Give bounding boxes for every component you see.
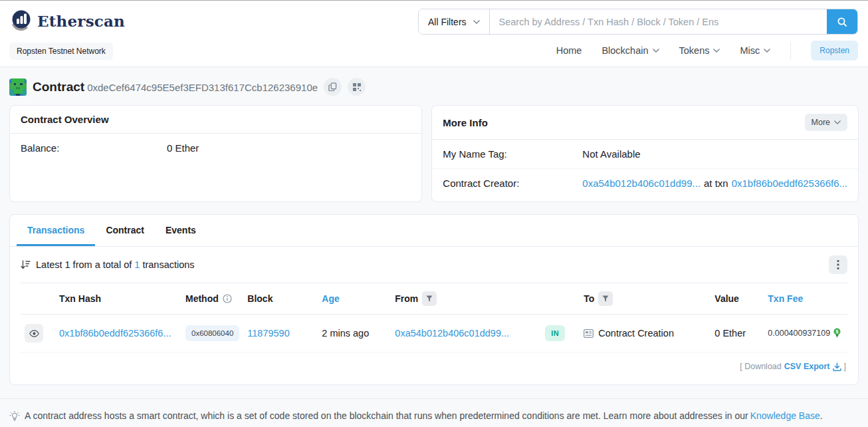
search-filter-select[interactable]: All Filters: [419, 9, 490, 34]
creator-address-link[interactable]: 0xa54b012b406c01dd99...: [582, 178, 701, 189]
etherscan-logo[interactable]: Etherscan: [9, 9, 125, 33]
value-cell: 0 Ether: [710, 315, 764, 353]
funnel-icon: [602, 295, 609, 302]
col-value: Value: [710, 283, 764, 315]
col-method: Method: [181, 283, 243, 315]
balance-row: Balance: 0 Ether: [10, 134, 421, 162]
txn-hash-link[interactable]: 0x1bf86b0eddf625366f6...: [59, 328, 171, 339]
col-block: Block: [243, 283, 318, 315]
age-cell: 2 mins ago: [318, 315, 391, 353]
nav-item-home[interactable]: Home: [556, 45, 582, 56]
col-from: From: [391, 283, 541, 315]
to-header-label: To: [584, 293, 594, 304]
method-header-label: Method: [185, 293, 219, 304]
nav-blockchain-label: Blockchain: [601, 45, 648, 56]
nav-item-tokens[interactable]: Tokens: [679, 45, 720, 56]
nav-misc-label: Misc: [740, 45, 760, 56]
eye-icon: [29, 330, 39, 337]
page-title-section: Contract0xdeCef6474c95E5ef3EFD313f617Ccb…: [0, 67, 868, 105]
csv-export-link[interactable]: CSV Export: [784, 362, 841, 371]
contract-overview-title: Contract Overview: [21, 114, 109, 125]
site-header: Etherscan Ropsten Testnet Network All Fi…: [0, 1, 868, 67]
gas-price-bulb-icon[interactable]: $: [833, 328, 841, 339]
contract-creator-row: Contract Creator: 0xa54b012b406c01dd99..…: [432, 168, 858, 198]
chevron-down-icon: [713, 49, 720, 53]
page-title: Contract0xdeCef6474c95E5ef3EFD313f617Ccb…: [33, 80, 318, 94]
csv-export-label: CSV Export: [784, 362, 830, 371]
nav-item-misc[interactable]: Misc: [740, 45, 770, 56]
balance-label: Balance:: [21, 142, 167, 154]
to-filter-button[interactable]: [598, 291, 613, 306]
chevron-down-icon: [653, 49, 659, 53]
more-dropdown-button[interactable]: More: [805, 114, 847, 131]
transactions-summary-text: Latest 1 from a total of 1 transactions: [36, 259, 195, 270]
contract-creator-label: Contract Creator:: [443, 178, 582, 189]
txn-preview-button[interactable]: [25, 324, 43, 343]
copy-icon: [328, 82, 337, 91]
name-tag-row: My Name Tag: Not Available: [432, 140, 858, 168]
summary-prefix: Latest 1 from a total of: [36, 259, 132, 270]
table-options-button[interactable]: [829, 255, 847, 274]
download-prefix: [ Download: [740, 362, 782, 371]
summary-suffix: transactions: [142, 259, 194, 270]
transactions-summary-row: Latest 1 from a total of 1 transactions: [10, 247, 858, 283]
search-filter-label: All Filters: [428, 17, 467, 27]
contract-address: 0xdeCef6474c95E5ef3EFD313f617Ccb12623691…: [87, 82, 318, 93]
search-button[interactable]: [827, 9, 857, 34]
contract-overview-header: Contract Overview: [10, 106, 421, 134]
footer-note-text: A contract address hosts a smart contrac…: [25, 410, 823, 421]
tab-transactions[interactable]: Transactions: [17, 215, 95, 246]
transactions-table: Txn Hash Method Block Age Fro: [21, 283, 847, 353]
overview-cards: Contract Overview Balance: 0 Ether More …: [0, 105, 868, 202]
etherscan-logo-text: Etherscan: [37, 12, 125, 30]
search-icon: [837, 17, 847, 27]
col-txn-hash: Txn Hash: [55, 283, 181, 315]
qr-code-button[interactable]: [348, 78, 366, 96]
network-badge: Ropsten Testnet Network: [9, 43, 113, 60]
col-txn-fee: Txn Fee: [764, 283, 847, 315]
page-title-label: Contract: [33, 80, 84, 94]
footer-note: A contract address hosts a smart contrac…: [0, 399, 868, 427]
contract-overview-card: Contract Overview Balance: 0 Ether: [9, 105, 422, 202]
etherscan-logo-icon: [9, 9, 33, 33]
summary-count-link[interactable]: 1: [134, 259, 140, 270]
info-icon[interactable]: [223, 294, 232, 303]
block-link[interactable]: 11879590: [247, 328, 289, 339]
sort-icon: [21, 260, 31, 269]
creator-txn-link[interactable]: 0x1bf86b0eddf625366f6...: [732, 178, 847, 189]
svg-text:$: $: [836, 329, 839, 335]
tab-bar: Transactions Contract Events: [10, 215, 858, 247]
nav-divider: [790, 42, 791, 59]
age-header-toggle[interactable]: Age: [322, 293, 339, 304]
funnel-icon: [426, 295, 433, 302]
nav-home-label: Home: [556, 45, 582, 56]
at-txn-label: at txn: [704, 178, 728, 189]
more-button-label: More: [812, 118, 830, 127]
from-address-link[interactable]: 0xa54b012b406c01dd99...: [395, 328, 509, 339]
direction-badge: IN: [545, 325, 565, 341]
network-selector-button[interactable]: Ropsten: [811, 41, 858, 61]
search-bar: All Filters: [418, 9, 858, 35]
contract-doc-icon: [584, 329, 594, 338]
kebab-icon: [837, 260, 839, 269]
footer-period: .: [820, 410, 823, 421]
col-eye: [21, 283, 55, 315]
balance-value: 0 Ether: [167, 142, 199, 154]
tab-contract[interactable]: Contract: [95, 215, 155, 246]
search-input[interactable]: [490, 9, 827, 34]
chevron-down-icon: [764, 49, 770, 53]
knowledge-base-link[interactable]: Knowledge Base: [750, 410, 820, 421]
name-tag-label: My Name Tag:: [443, 148, 582, 160]
nav-item-blockchain[interactable]: Blockchain: [601, 45, 659, 56]
table-header-row: Txn Hash Method Block Age Fro: [21, 283, 847, 315]
txn-fee-header-toggle[interactable]: Txn Fee: [768, 293, 803, 304]
from-header-label: From: [395, 293, 418, 304]
nav-tokens-label: Tokens: [679, 45, 710, 56]
chevron-down-icon: [834, 120, 841, 124]
col-direction: [541, 283, 580, 315]
tip-lightbulb-icon: [9, 411, 20, 422]
tab-events[interactable]: Events: [155, 215, 207, 246]
from-filter-button[interactable]: [422, 291, 437, 306]
copy-address-button[interactable]: [324, 78, 342, 96]
main-nav: Home Blockchain Tokens Misc Ropsten: [556, 39, 858, 62]
